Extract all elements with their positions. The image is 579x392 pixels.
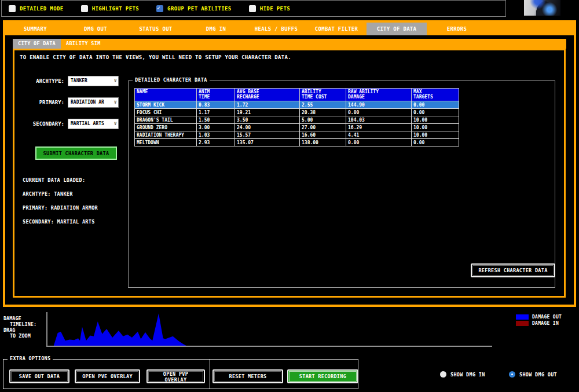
checkbox-unchecked-icon[interactable] <box>249 5 256 12</box>
primary-label: PRIMARY: <box>17 100 64 105</box>
radio-show-dmg-in[interactable]: SHOW DMG IN <box>440 371 485 378</box>
timeline-area-chart <box>47 312 492 346</box>
radio-unselected-icon[interactable] <box>440 371 446 378</box>
tab-dmg-out[interactable]: DMG OUT <box>65 23 126 35</box>
save-out-data-button[interactable]: SAVE OUT DATA <box>9 369 69 383</box>
damage-area <box>47 313 492 346</box>
tab-errors[interactable]: ERRORS <box>427 23 487 35</box>
extra-options-divider <box>210 360 210 389</box>
checkbox-hide-pets[interactable]: HIDE PETS <box>249 5 290 12</box>
col-header-raw-ability-damage[interactable]: RAW ABILITYDAMAGE <box>346 89 412 101</box>
col-header-avg-base-recharge[interactable]: AVG BASERECHARGE <box>235 89 300 101</box>
checkbox-highlight-pets[interactable]: HIGHLIGHT PETS <box>81 5 139 12</box>
table-row-ground-zero[interactable]: GROUND ZERO3.0024.0027.0016.2910.00 <box>135 124 459 131</box>
tab-combat-filter[interactable]: COMBAT FILTER <box>306 23 367 35</box>
sub-tab-strip: CITY OF DATA ABILITY SIM <box>13 39 566 49</box>
col-header-ability-time-cost[interactable]: ABILITYTIME COST <box>300 89 346 101</box>
secondary-selected-value: MARTIAL ARTS <box>71 119 104 129</box>
extra-options-groupbox: EXTRA OPTIONS SAVE OUT DATA OPEN PVE OVE… <box>3 359 358 389</box>
refresh-character-data-button[interactable]: REFRESH CHARACTER DATA <box>471 263 555 277</box>
groupbox-title: DETAILED CHARACTER DATA <box>133 77 210 83</box>
checkbox-detailed-mode[interactable]: DETAILED MODE <box>9 5 64 12</box>
current-data-loaded-title: CURRENT DATA LOADED: <box>23 177 85 183</box>
radio-show-dmg-out[interactable]: SHOW DMG OUT <box>509 371 557 378</box>
damage-out-swatch <box>516 314 529 320</box>
timeline-legend: DAMAGE OUT DAMAGE IN <box>516 314 562 327</box>
table-row-storm-kick[interactable]: STORM KICK0.831.722.55144.900.00 <box>135 101 459 109</box>
current-secondary-text: SECONDARY: MARTIAL ARTS <box>23 219 95 225</box>
archtype-label: ARCHTYPE: <box>17 78 64 84</box>
checkbox-unchecked-icon[interactable] <box>9 5 16 12</box>
setup-instruction-text: TO ENABLE CITY OF DATA INTO THE VIEWS, Y… <box>20 54 291 60</box>
extra-options-title: EXTRA OPTIONS <box>8 356 53 361</box>
city-of-data-panel: TO ENABLE CITY OF DATA INTO THE VIEWS, Y… <box>13 49 566 298</box>
chevron-down-icon: ∨ <box>114 98 117 107</box>
damage-timeline-label: DAMAGE TIMELINE: DRAG TO ZOOM <box>3 316 36 339</box>
table-row-focus-chi[interactable]: FOCUS CHI1.1719.2120.380.000.00 <box>135 109 459 116</box>
app-window: DETAILED MODE HIGHLIGHT PETS ✓ GROUP PET… <box>0 0 579 392</box>
col-header-max-targets[interactable]: MAXTARGETS <box>412 89 459 101</box>
tab-summary[interactable]: SUMMARY <box>5 23 65 35</box>
legend-damage-out: DAMAGE OUT <box>516 314 562 320</box>
submit-character-data-button[interactable]: SUBMIT CHARACTER DATA <box>35 146 117 160</box>
current-primary-text: PRIMARY: RADIATION ARMOR <box>23 205 98 211</box>
secondary-label: SECONDARY: <box>17 121 64 127</box>
damage-in-swatch <box>516 321 529 326</box>
main-tab-strip: SUMMARY DMG OUT STATUS OUT DMG IN HEALS … <box>5 23 574 35</box>
primary-selected-value: RADIATION AR <box>71 98 104 107</box>
primary-select[interactable]: RADIATION AR ∨ <box>68 97 119 108</box>
col-header-anim-time[interactable]: ANIMTIME <box>197 89 235 101</box>
top-options-bar: DETAILED MODE HIGHLIGHT PETS ✓ GROUP PET… <box>1 0 506 17</box>
open-pvp-overlay-button[interactable]: OPEN PVP OVERLAY <box>146 369 205 383</box>
main-tab-control: SUMMARY DMG OUT STATUS OUT DMG IN HEALS … <box>3 20 576 307</box>
archtype-selected-value: TANKER <box>71 76 87 86</box>
character-portrait-image <box>524 0 560 16</box>
tab-dmg-in[interactable]: DMG IN <box>186 23 246 35</box>
tab-status-out[interactable]: STATUS OUT <box>126 23 186 35</box>
checkbox-label: HIGHLIGHT PETS <box>92 6 139 12</box>
current-archtype-text: ARCHTYPE: TANKER <box>23 191 73 197</box>
table-row-meltdown[interactable]: MELTDOWN2.93135.07138.000.000.00 <box>135 139 459 146</box>
archtype-select[interactable]: TANKER ∨ <box>68 76 119 86</box>
checkbox-label: HIDE PETS <box>260 6 290 12</box>
character-data-table: NAME ANIMTIME AVG BASERECHARGE ABILITYTI… <box>134 88 459 146</box>
chevron-down-icon: ∨ <box>114 76 117 86</box>
subtab-city-of-data[interactable]: CITY OF DATA <box>13 39 61 49</box>
radio-selected-icon[interactable] <box>509 371 515 378</box>
checkbox-label: DETAILED MODE <box>20 6 64 12</box>
secondary-select[interactable]: MARTIAL ARTS ∨ <box>68 119 119 129</box>
checkbox-group-pet-abilities[interactable]: ✓ GROUP PET ABILITIES <box>156 5 232 12</box>
tab-city-of-data[interactable]: CITY OF DATA <box>367 23 427 35</box>
start-recording-button[interactable]: START RECORDING <box>287 369 358 383</box>
checkbox-checked-icon[interactable]: ✓ <box>156 5 163 12</box>
reset-meters-button[interactable]: RESET METERS <box>212 369 283 383</box>
damage-timeline-chart[interactable] <box>46 312 492 347</box>
col-header-name[interactable]: NAME <box>135 89 197 101</box>
checkbox-label: GROUP PET ABILITIES <box>167 6 232 12</box>
tab-heals-buffs[interactable]: HEALS / BUFFS <box>246 23 306 35</box>
table-header-row: NAME ANIMTIME AVG BASERECHARGE ABILITYTI… <box>135 89 459 101</box>
legend-damage-in: DAMAGE IN <box>516 321 562 326</box>
open-pve-overlay-button[interactable]: OPEN PVE OVERLAY <box>75 369 140 383</box>
checkbox-unchecked-icon[interactable] <box>81 5 88 12</box>
chevron-down-icon: ∨ <box>114 119 117 129</box>
table-row-dragons-tail[interactable]: DRAGON'S TAIL1.503.505.00104.0310.00 <box>135 116 459 124</box>
table-row-radiation-therapy[interactable]: RADIATION THERAPY1.0315.5716.604.4110.00 <box>135 131 459 139</box>
check-icon: ✓ <box>157 5 160 12</box>
subtab-ability-sim[interactable]: ABILITY SIM <box>61 39 106 49</box>
detailed-character-data-groupbox: DETAILED CHARACTER DATA NAME ANIMTIME AV… <box>128 80 555 288</box>
